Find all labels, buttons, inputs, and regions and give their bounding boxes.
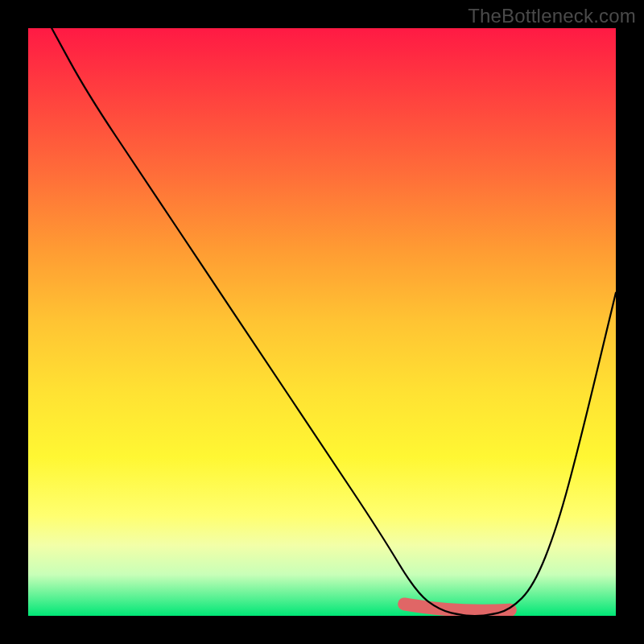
plot-area — [28, 28, 616, 616]
optimal-range-highlight — [404, 604, 510, 610]
chart-frame: TheBottleneck.com — [0, 0, 644, 644]
watermark-text: TheBottleneck.com — [468, 5, 636, 27]
bottleneck-curve — [52, 28, 616, 616]
chart-svg — [28, 28, 616, 616]
